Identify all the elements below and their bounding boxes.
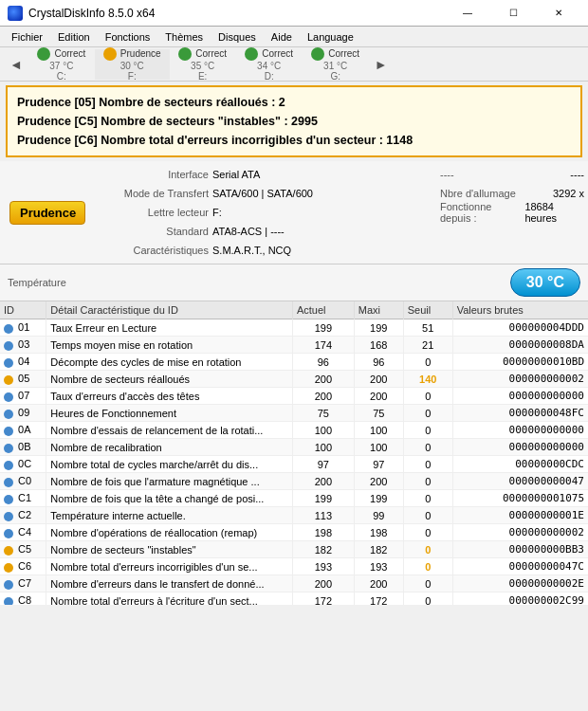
col-header-detail: Détail Caractéristique du ID: [46, 301, 293, 319]
maximize-button[interactable]: ☐: [491, 0, 535, 27]
standard-row: Standard ATA8-ACS | ----: [99, 222, 432, 241]
cell-brutes: 0000000048FC: [452, 405, 588, 422]
cell-detail: Taux d'erreurs d'accès des têtes: [46, 388, 293, 405]
menu-item-aide[interactable]: Aide: [264, 29, 300, 45]
close-button[interactable]: ✕: [537, 0, 580, 27]
cell-actuel: 97: [292, 456, 354, 473]
col-header-actuel: Actuel: [292, 301, 354, 319]
smart-tbody: 01 Taux Erreur en Lecture 199 199 51 000…: [0, 319, 588, 606]
cell-maxi: 200: [354, 473, 403, 490]
cell-brutes: 000000000000: [452, 422, 588, 439]
cell-detail: Nombre d'opérations de réallocation (rem…: [46, 524, 293, 541]
table-row: C6 Nombre total d'erreurs incorrigibles …: [0, 558, 588, 575]
carac-value: S.M.A.R.T., NCQ: [212, 245, 291, 256]
row-status-icon: [4, 375, 13, 385]
cell-maxi: 200: [354, 388, 403, 405]
menu-item-language[interactable]: Language: [300, 29, 361, 45]
tab-temp: 35 °C: [191, 61, 214, 71]
cell-brutes: 000000000BB3: [452, 541, 588, 558]
drive-next-arrow[interactable]: ►: [369, 55, 394, 74]
interface-row: Interface Serial ATA: [99, 165, 432, 184]
row-status-icon: [4, 392, 13, 402]
cell-seuil: 0: [403, 439, 452, 456]
cell-actuel: 182: [292, 541, 354, 558]
cell-detail: Nombre d'essais de relancement de la rot…: [46, 422, 293, 439]
cell-detail: Température interne actuelle.: [46, 507, 293, 524]
cell-id: 07: [0, 388, 46, 405]
cell-maxi: 100: [354, 422, 403, 439]
drive-tab-3[interactable]: Correct 34 °C D:: [236, 49, 303, 80]
menu-item-fonctions[interactable]: Fonctions: [98, 29, 158, 45]
standard-value: ATA8-ACS | ----: [212, 226, 285, 237]
title-bar: CrystalDiskInfo 8.5.0 x64 — ☐ ✕: [0, 0, 588, 27]
app-title: CrystalDiskInfo 8.5.0 x64: [28, 7, 446, 20]
table-row: C0 Nombre de fois que l'armature magnéti…: [0, 473, 588, 490]
cell-maxi: 199: [354, 490, 403, 507]
tab-temp: 37 °C: [49, 61, 73, 71]
carac-row: Caractéristiques S.M.A.R.T., NCQ: [99, 241, 432, 260]
cell-brutes: 00000000010BD: [452, 354, 588, 371]
window-controls: — ☐ ✕: [446, 0, 580, 27]
row-status-icon: [4, 563, 13, 573]
cell-brutes: 000000000000: [452, 388, 588, 405]
table-row: 09 Heures de Fonctionnement 75 75 0 0000…: [0, 405, 588, 422]
row-status-icon: [4, 546, 13, 556]
cell-detail: Temps moyen mise en rotation: [46, 337, 293, 354]
row-status-icon: [4, 324, 13, 334]
cell-maxi: 200: [354, 575, 403, 592]
app-icon: [8, 6, 23, 21]
warning-box: Prudence [05] Nombre de secteurs réallou…: [6, 85, 582, 157]
drive-tab-4[interactable]: Correct 31 °C G:: [303, 49, 369, 80]
cell-maxi: 200: [354, 371, 403, 388]
drive-prev-arrow[interactable]: ◄: [4, 55, 28, 74]
row-status-icon: [4, 461, 13, 470]
cell-maxi: 193: [354, 558, 403, 575]
minimize-button[interactable]: —: [446, 0, 489, 27]
cell-brutes: 00000000047C: [452, 558, 588, 575]
tab-drive-letter: F:: [128, 71, 137, 82]
cell-actuel: 200: [292, 371, 354, 388]
tab-status-icon: [37, 47, 50, 61]
warning-line: Prudence [C5] Nombre de secteurs "instab…: [17, 112, 571, 131]
menu-item-edition[interactable]: Edition: [50, 29, 98, 45]
allumage-value: 3292 x: [553, 188, 584, 199]
tab-drive-letter: G:: [330, 71, 340, 82]
tab-drive-letter: C:: [57, 71, 66, 82]
cell-actuel: 200: [292, 473, 354, 490]
tab-temp: 30 °C: [120, 61, 144, 71]
tab-status-icon: [103, 47, 117, 61]
drive-tab-1[interactable]: Prudence 30 °C F:: [95, 49, 170, 80]
cell-detail: Nombre total d'erreurs incorrigibles d'u…: [46, 558, 293, 575]
drive-tab-2[interactable]: Correct 35 °C E:: [170, 49, 236, 80]
drive-status-left: Prudence: [0, 163, 95, 262]
status-badge[interactable]: Prudence: [9, 201, 85, 225]
tab-row: Correct: [311, 47, 359, 61]
interface-value: Serial ATA: [212, 169, 260, 180]
cell-id: C4: [0, 524, 46, 541]
cell-seuil: 0: [403, 541, 452, 558]
cell-seuil: 0: [403, 507, 452, 524]
table-row: C5 Nombre de secteurs "instables" 182 18…: [0, 541, 588, 558]
cell-detail: Heures de Fonctionnement: [46, 405, 293, 422]
tab-label: Correct: [262, 48, 293, 59]
allumage-label: Nbre d'allumage: [440, 188, 516, 199]
menu-item-fichier[interactable]: Fichier: [4, 29, 50, 45]
cell-seuil: 0: [403, 575, 452, 592]
cell-actuel: 199: [292, 490, 354, 507]
transfer-row: Mode de Transfert SATA/600 | SATA/600: [99, 184, 432, 203]
cell-actuel: 172: [292, 592, 354, 606]
menu-item-thèmes[interactable]: Thèmes: [157, 29, 211, 45]
cell-id: C5: [0, 541, 46, 558]
cell-detail: Nombre de fois que l'armature magnétique…: [46, 473, 293, 490]
cell-seuil: 0: [403, 524, 452, 541]
dash2: ----: [570, 169, 584, 180]
cell-id: 0A: [0, 422, 46, 439]
cell-actuel: 100: [292, 422, 354, 439]
cell-actuel: 113: [292, 507, 354, 524]
menu-item-disques[interactable]: Disques: [211, 29, 264, 45]
row-status-icon: [4, 478, 13, 487]
cell-seuil: 21: [403, 337, 452, 354]
drive-tab-0[interactable]: Correct 37 °C C:: [28, 49, 95, 80]
cell-id: C2: [0, 507, 46, 524]
letter-label: Lettre lecteur: [99, 207, 212, 218]
